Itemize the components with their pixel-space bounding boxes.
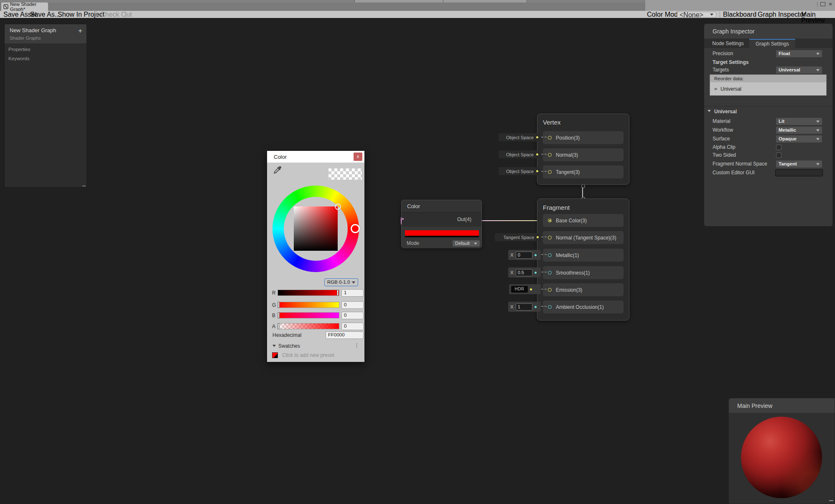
save-as-button[interactable]: Save As...: [30, 12, 60, 18]
fragment-node[interactable]: Fragment Base Color(3) Normal (Tangent S…: [537, 199, 629, 321]
window-close-icon[interactable]: ✕: [828, 1, 832, 7]
smoothness-default-input[interactable]: X 0.5: [508, 267, 541, 277]
out-port-label: Out(4): [457, 216, 471, 222]
normal-space-selector[interactable]: Object Space: [499, 150, 540, 158]
position-port[interactable]: [548, 136, 552, 140]
swatches-menu-icon[interactable]: ⋮: [354, 342, 359, 349]
color-node-header[interactable]: Color: [402, 200, 481, 213]
slider-handle[interactable]: [278, 312, 280, 318]
blackboard-header[interactable]: New Shader Graph Shader Graphs +: [5, 24, 87, 43]
mode-dropdown[interactable]: Default: [453, 240, 480, 247]
vertex-row-normal[interactable]: Normal(3): [543, 148, 624, 161]
color-mode-dropdown[interactable]: <None>: [677, 12, 716, 18]
slider-handle[interactable]: [278, 323, 280, 329]
emission-port[interactable]: [548, 288, 552, 292]
g-slider[interactable]: [277, 302, 339, 308]
main-preview-header[interactable]: Main Preview: [729, 398, 835, 413]
shader-preview-sphere[interactable]: [741, 417, 822, 498]
ambient-occlusion-default-input[interactable]: X 1: [508, 302, 541, 312]
universal-foldout-label[interactable]: Universal: [714, 109, 737, 115]
slider-handle[interactable]: [337, 290, 339, 296]
window-maximize-icon[interactable]: [820, 2, 825, 6]
eyedropper-icon[interactable]: [272, 165, 282, 175]
hdr-color-field[interactable]: HDR: [511, 286, 528, 293]
metallic-value-field[interactable]: 0: [516, 252, 532, 259]
tab-new-shader-graph[interactable]: New Shader Graph*: [1, 3, 48, 11]
smoothness-port[interactable]: [548, 271, 552, 275]
ambient-occlusion-port[interactable]: [548, 305, 552, 309]
swatches-foldout-icon[interactable]: [272, 345, 276, 347]
g-value-field[interactable]: 0: [341, 301, 364, 309]
workflow-dropdown[interactable]: Metallic: [776, 127, 822, 134]
normal-space-selector[interactable]: Tangent Space: [495, 233, 541, 241]
fragment-row-smoothness[interactable]: Smoothness(1): [543, 266, 624, 279]
base-color-port[interactable]: [548, 219, 552, 222]
metallic-default-input[interactable]: X 0: [508, 250, 541, 260]
drag-handle-icon[interactable]: =: [714, 86, 717, 92]
fragment-row-metallic[interactable]: Metallic(1): [543, 249, 624, 262]
tangent-space-selector[interactable]: Object Space: [499, 167, 540, 175]
precision-dropdown[interactable]: Float: [776, 50, 822, 57]
position-space-selector[interactable]: Object Space: [499, 133, 540, 141]
vertex-row-position[interactable]: Position(3): [543, 131, 624, 144]
color-dialog-titlebar[interactable]: Color x: [267, 151, 364, 163]
r-value-field[interactable]: 1: [341, 289, 364, 297]
ambient-occlusion-value-field[interactable]: 1: [516, 303, 532, 311]
hexadecimal-field[interactable]: FF0000: [326, 331, 364, 339]
tangent-port[interactable]: [548, 170, 552, 174]
fragment-row-ambient-occlusion[interactable]: Ambient Occlusion(1): [543, 300, 624, 313]
swatch-preset-icon[interactable]: [272, 352, 278, 358]
b-value-field[interactable]: 0: [341, 312, 364, 319]
vertex-node[interactable]: Vertex Position(3) Normal(3) Tangent(3): [537, 114, 629, 185]
fragment-row-emission[interactable]: Emission(3): [543, 283, 624, 296]
blackboard-section-keywords[interactable]: Keywords: [8, 56, 30, 61]
window-menu-icon[interactable]: ⋮: [815, 1, 820, 7]
foldout-arrow-icon[interactable]: [708, 110, 711, 112]
custom-editor-gui-field[interactable]: [775, 169, 823, 176]
color-mode-select[interactable]: RGB 0-1.0: [324, 278, 358, 286]
smoothness-value-field[interactable]: 0.5: [516, 269, 532, 276]
close-icon[interactable]: x: [354, 153, 362, 161]
metallic-port[interactable]: [548, 253, 552, 257]
blackboard-toggle-button[interactable]: Blackboard: [723, 12, 756, 18]
blackboard-resize-handle[interactable]: [82, 186, 86, 186]
normal-ts-port[interactable]: [548, 236, 552, 239]
sv-indicator-icon[interactable]: [335, 204, 341, 210]
fragment-row-normal[interactable]: Normal (Tangent Space)(3): [543, 231, 624, 244]
blackboard-section-properties[interactable]: Properties: [8, 47, 30, 52]
b-slider[interactable]: [277, 312, 339, 318]
two-sided-checkbox[interactable]: [776, 153, 782, 158]
check-out-button[interactable]: Check Out: [100, 12, 132, 18]
saturation-value-box[interactable]: [294, 206, 338, 251]
port-label: Position(3): [556, 135, 580, 141]
color-node[interactable]: Color Out(4) Mode Default: [401, 200, 482, 248]
add-property-button[interactable]: +: [78, 27, 82, 35]
alpha-clip-checkbox[interactable]: [776, 145, 782, 150]
surface-dropdown[interactable]: Opaque: [776, 135, 822, 143]
add-preset-hint[interactable]: Click to add new preset: [282, 352, 334, 358]
material-dropdown[interactable]: Lit: [776, 118, 822, 125]
normal-port[interactable]: [548, 153, 552, 157]
r-slider[interactable]: [277, 290, 339, 296]
color-swatch-field[interactable]: [405, 230, 479, 236]
targets-dropdown[interactable]: Universal: [776, 66, 822, 74]
graph-inspector-header[interactable]: Graph Inspector: [704, 24, 832, 39]
chevron-down-icon: [710, 14, 713, 16]
a-value-field[interactable]: 0: [341, 323, 364, 330]
hue-indicator-icon[interactable]: [351, 224, 360, 233]
fragment-row-base-color[interactable]: Base Color(3): [543, 214, 624, 227]
swatches-label[interactable]: Swatches: [278, 343, 300, 349]
slider-handle[interactable]: [278, 302, 280, 308]
tab-graph-settings[interactable]: Graph Settings: [749, 39, 795, 48]
reorder-item-universal[interactable]: = Universal: [710, 82, 826, 95]
graph-inspector-toggle-button[interactable]: Graph Inspector: [758, 12, 806, 18]
vertex-row-tangent[interactable]: Tangent(3): [543, 165, 624, 178]
tab-node-settings[interactable]: Node Settings: [707, 39, 749, 48]
fragment-normal-space-dropdown[interactable]: Tangent: [776, 160, 822, 168]
main-preview-toggle-button[interactable]: Main Preview: [801, 12, 835, 18]
emission-default-input[interactable]: HDR: [509, 284, 541, 294]
a-slider[interactable]: [277, 323, 339, 329]
show-in-project-button[interactable]: Show In Project: [58, 12, 104, 18]
main-preview-resize-handle[interactable]: [829, 500, 833, 501]
out-port[interactable]: [401, 217, 402, 225]
